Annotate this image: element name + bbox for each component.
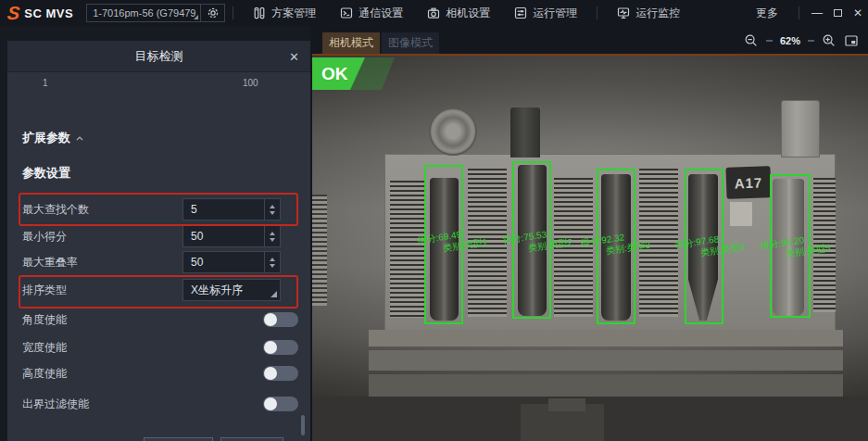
device-selector-group: 1-7016pm-56 (G79479 [86, 4, 225, 22]
width-enable-toggle[interactable] [263, 340, 298, 355]
fit-to-window-icon[interactable] [844, 33, 859, 48]
field-row-min-score: 最小得分 50 [22, 225, 296, 247]
titlebar: S SC MVS 1-7016pm-56 (G79479 方案管理 通 [0, 0, 868, 26]
close-button[interactable]: ✕ [848, 0, 868, 26]
field-label: 最大查找个数 [22, 202, 89, 218]
maximize-button[interactable] [827, 0, 848, 26]
device-selector-value: 1-7016pm-56 (G79479 [93, 7, 195, 19]
toggle-label: 角度使能 [22, 313, 67, 326]
barcode [312, 195, 327, 306]
max-find-count-spinner[interactable]: 5 [182, 198, 281, 220]
toggle-row-height-enable: 高度使能 [22, 364, 296, 383]
field-label: 排序类型 [22, 283, 67, 298]
slider-min-label: 1 [43, 78, 48, 88]
panel-close-button[interactable]: ✕ [289, 41, 299, 72]
tab-camera-mode[interactable]: 相机模式 [322, 32, 380, 54]
rack-label-chip [730, 202, 752, 226]
panel-bottom-button-1[interactable] [144, 437, 213, 441]
tube-top [510, 107, 540, 158]
toggle-label: 出界过滤使能 [22, 397, 89, 410]
panel-bottom-button-2[interactable] [220, 437, 283, 441]
menu-run-management[interactable]: 运行管理 [502, 6, 589, 21]
camera-image[interactable]: A17 得分:69.49 类别:类型1 得分:75.53 类别:类型2 得分:9… [312, 54, 868, 441]
panel-title: 目标检测 [135, 48, 183, 65]
spinner-up-icon [270, 205, 275, 208]
viewer-tabs: 相机模式 图像模式 [322, 32, 439, 54]
target-detection-panel: 目标检测 ✕ 1 100 扩展参数 参数设置 最大查找个数 5 最小得分 50 [7, 41, 310, 441]
min-score-spinner[interactable]: 50 [182, 225, 281, 247]
zoom-level: 62% [780, 35, 800, 46]
field-row-sort-type: 排序类型 X坐标升序 [22, 279, 296, 301]
menu-label: 运行管理 [533, 6, 577, 21]
field-label: 最大重叠率 [22, 255, 78, 271]
minimize-button[interactable]: — [807, 0, 827, 26]
app-brand: SC MVS [24, 6, 73, 20]
toggle-row-width-enable: 宽度使能 [22, 338, 296, 357]
device-settings-button[interactable] [200, 5, 224, 21]
divider [233, 6, 233, 19]
app-logo-icon: S [6, 0, 21, 26]
tab-image-mode[interactable]: 图像模式 [382, 32, 439, 54]
toggle-knob [264, 397, 277, 410]
device-selector[interactable]: 1-7016pm-56 (G79479 [87, 5, 200, 21]
gear-icon [207, 6, 220, 19]
divider [766, 40, 773, 42]
out-of-bounds-filter-toggle[interactable] [263, 397, 298, 411]
menu-label: 运行监控 [635, 6, 680, 21]
spinner-down-icon [270, 238, 275, 242]
menu-scheme-management[interactable]: 方案管理 [241, 6, 328, 21]
close-icon: ✕ [853, 6, 862, 19]
toggle-label: 宽度使能 [22, 341, 67, 354]
max-overlap-spinner[interactable]: 50 [182, 251, 281, 273]
field-value: 5 [183, 203, 264, 216]
divider [799, 6, 799, 19]
menu-camera-settings[interactable]: 相机设置 [415, 6, 502, 21]
spinner-up-icon [270, 232, 275, 235]
toggle-label: 高度使能 [22, 367, 67, 380]
spinner-up-icon [270, 258, 275, 261]
field-row-max-find-count: 最大查找个数 5 [22, 198, 296, 220]
round-cap [429, 107, 477, 156]
spinner-buttons[interactable] [264, 226, 280, 246]
field-value: 50 [183, 230, 264, 243]
divider [808, 40, 814, 42]
menu-label: 通信设置 [359, 6, 403, 21]
minimize-icon: — [811, 6, 823, 19]
slider-max-label: 100 [243, 78, 258, 88]
zoom-out-icon[interactable] [744, 33, 759, 48]
menu-run-monitoring[interactable]: 运行监控 [605, 6, 692, 21]
divider [597, 6, 598, 19]
height-enable-toggle[interactable] [263, 366, 298, 381]
more-button[interactable]: 更多 [743, 6, 791, 21]
menu-communication-settings[interactable]: 通信设置 [328, 6, 415, 21]
spinner-buttons[interactable] [264, 252, 280, 272]
image-viewer: 相机模式 图像模式 62% [310, 26, 868, 441]
monitor-icon [617, 6, 630, 19]
zoom-in-icon[interactable] [822, 33, 837, 48]
section-extended-params[interactable]: 扩展参数 [22, 130, 83, 146]
dropdown-corner-icon [194, 15, 198, 19]
sort-type-dropdown[interactable]: X坐标升序 [182, 279, 281, 301]
section-param-settings: 参数设置 [22, 165, 70, 182]
dropdown-corner-icon [270, 291, 277, 297]
menu-label: 相机设置 [446, 6, 490, 21]
terminal-icon [340, 6, 353, 19]
panel-header: 目标检测 ✕ [7, 41, 310, 72]
spinner-down-icon [270, 264, 275, 268]
toggle-knob [264, 367, 277, 380]
field-label: 最小得分 [22, 229, 67, 245]
chevron-up-icon [76, 136, 83, 141]
panel-scrollbar[interactable] [301, 415, 305, 435]
camera-icon [427, 6, 440, 19]
rack-label: A17 [725, 166, 771, 199]
more-label: 更多 [756, 6, 778, 21]
field-row-max-overlap: 最大重叠率 50 [22, 251, 296, 273]
spinner-buttons[interactable] [264, 199, 280, 220]
sliders-icon [514, 6, 527, 19]
tube-top [781, 100, 820, 158]
spinner-down-icon [270, 211, 275, 215]
toggle-row-angle-enable: 角度使能 [22, 310, 296, 329]
angle-enable-toggle[interactable] [263, 312, 298, 327]
scheme-icon [253, 6, 266, 19]
maximize-icon [834, 9, 842, 17]
